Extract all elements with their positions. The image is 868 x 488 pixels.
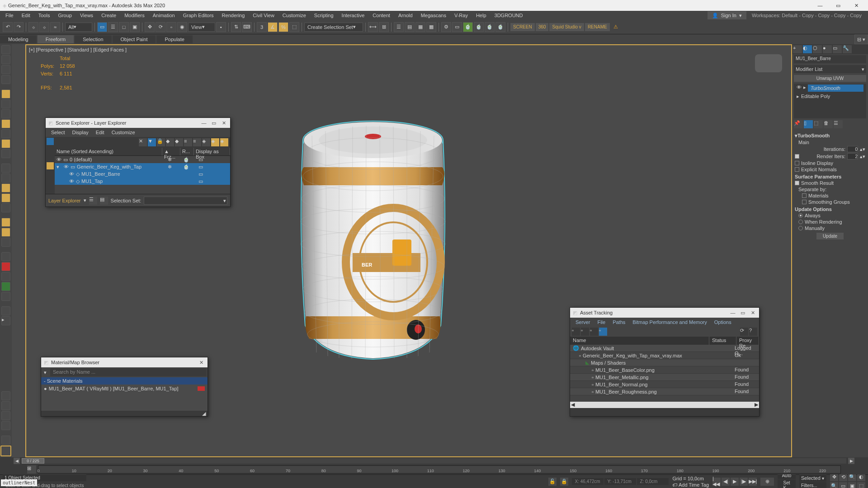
manipulate-button[interactable]: ⇅ bbox=[231, 22, 241, 32]
se-sb-1[interactable] bbox=[47, 138, 54, 145]
menu-megascans[interactable]: Megascans bbox=[417, 12, 450, 19]
select-region-button[interactable]: □ bbox=[119, 22, 129, 32]
lt-4[interactable] bbox=[1, 75, 10, 84]
percent-snap-button[interactable]: % bbox=[278, 22, 288, 32]
rename-field[interactable]: RENAME bbox=[585, 23, 610, 31]
render-2-button[interactable]: 🍵 bbox=[474, 22, 484, 32]
rotate-button[interactable]: ⟳ bbox=[156, 22, 165, 32]
unique-button[interactable]: ⬚ bbox=[814, 120, 823, 128]
signin-button[interactable]: 👤Sign In▾ bbox=[708, 11, 746, 19]
asset-row[interactable]: 🌐Autodesk VaultLogged O... bbox=[570, 345, 759, 352]
snap-button[interactable]: 3 bbox=[257, 22, 267, 32]
maxscript-listener[interactable]: outlinerNest bbox=[1, 479, 37, 486]
ref-coord[interactable]: View ▾ bbox=[188, 23, 215, 32]
menu-edit[interactable]: Edit bbox=[18, 12, 34, 19]
maximize-icon[interactable]: ▭ bbox=[739, 310, 746, 316]
warning-icon[interactable]: ⚠ bbox=[611, 22, 621, 32]
tab-objectpaint[interactable]: Object Paint bbox=[113, 35, 156, 43]
unlink-button[interactable]: ⟐ bbox=[39, 22, 49, 32]
close-icon[interactable]: ✕ bbox=[220, 120, 227, 126]
workspaces-label[interactable]: Workspaces: Default - Copy - Copy - Copy… bbox=[747, 13, 866, 18]
lt-25[interactable] bbox=[1, 306, 10, 315]
at-server[interactable]: Server bbox=[573, 319, 593, 326]
motion-tab[interactable]: ● bbox=[823, 45, 832, 53]
se-select[interactable]: Select bbox=[48, 129, 68, 136]
asset-row[interactable]: ▫MU1_Beer_Normal.pngFound bbox=[570, 381, 759, 388]
zoom-button[interactable]: 🔍 bbox=[830, 482, 838, 488]
asset-row[interactable]: ◣Maps / Shaders bbox=[570, 359, 759, 366]
manual-radio[interactable] bbox=[798, 226, 803, 230]
timeline[interactable]: ⊞ 01020304050607080901001101201301401501… bbox=[0, 465, 868, 474]
se-t3[interactable]: ≡ bbox=[184, 138, 192, 146]
isoline-check[interactable] bbox=[795, 161, 799, 165]
eye-icon[interactable]: 👁 bbox=[64, 164, 69, 169]
tab-selection[interactable]: Selection bbox=[75, 35, 111, 43]
placement-button[interactable]: ◉ bbox=[177, 22, 187, 32]
at-options[interactable]: Options bbox=[712, 319, 734, 326]
create-tab[interactable]: + bbox=[793, 45, 802, 53]
object-row[interactable]: 👁◇MU1_Beer_Barre▭ bbox=[55, 170, 230, 178]
layers-button[interactable]: ☰ bbox=[394, 22, 404, 32]
tab-populate[interactable]: Populate bbox=[156, 35, 192, 43]
maximize-icon[interactable]: ▭ bbox=[210, 120, 217, 126]
schematic-button[interactable]: ▦ bbox=[415, 22, 425, 32]
menu-content[interactable]: Content bbox=[369, 12, 394, 19]
lt-8[interactable] bbox=[1, 119, 10, 128]
lt-15[interactable] bbox=[1, 193, 10, 202]
update-button[interactable]: Update bbox=[816, 233, 844, 239]
menu-arnold[interactable]: Arnold bbox=[395, 12, 416, 19]
selection-filter[interactable]: All ▾ bbox=[65, 23, 92, 32]
lt-12[interactable] bbox=[1, 164, 10, 173]
keyboard-button[interactable]: ⌨ bbox=[242, 22, 252, 32]
at-bitmap[interactable]: Bitmap Performance and Memory bbox=[630, 319, 709, 326]
material-item[interactable]: ● MU1_Beer_MAT ( VRayMtl ) [MU1_Beer_Bar… bbox=[41, 385, 208, 393]
lt-5[interactable] bbox=[1, 89, 10, 99]
lt-17[interactable] bbox=[1, 218, 10, 227]
se-t7[interactable]: ◈ bbox=[220, 138, 228, 146]
asset-row[interactable]: ▫MU1_Beer_Roughness.pngFound bbox=[570, 388, 759, 395]
asset-tracking-panel[interactable]: ◩ Asset Tracking — ▭ ✕ Server File Paths… bbox=[570, 307, 760, 417]
prev-key[interactable]: ◀| bbox=[722, 478, 730, 486]
lt-6[interactable] bbox=[1, 99, 10, 108]
asset-row[interactable]: ▫MU1_Beer_BaseColor.pngFound bbox=[570, 366, 759, 374]
layer-row[interactable]: ▾👁▭Generic_Beer_Keg_with_Tap❄🍵▭ bbox=[55, 163, 230, 170]
eye-icon[interactable]: 👁 bbox=[57, 157, 61, 162]
window-crossing-button[interactable]: ▣ bbox=[130, 22, 140, 32]
se-sb-2[interactable] bbox=[47, 146, 54, 153]
viewcube[interactable] bbox=[755, 54, 782, 72]
se-t6[interactable]: ◈ bbox=[211, 138, 219, 146]
bind-button[interactable]: ≈ bbox=[50, 22, 60, 32]
undo-button[interactable]: ↶ bbox=[3, 22, 13, 32]
render-frame-button[interactable]: ▭ bbox=[452, 22, 462, 32]
utilities-tab[interactable]: 🔧 bbox=[843, 45, 852, 53]
tab-modeling[interactable]: Modeling bbox=[0, 35, 37, 43]
se-display[interactable]: Display bbox=[70, 129, 91, 136]
scene-explorer-panel[interactable]: ◩ Scene Explorer - Layer Explorer — ▭ ✕ … bbox=[45, 117, 231, 207]
configure-button[interactable]: ☰ bbox=[834, 120, 843, 128]
lt-14[interactable] bbox=[1, 183, 10, 192]
viewport-label[interactable]: [+] [Perspective ] [Standard ] [Edged Fa… bbox=[29, 47, 127, 52]
render-iters-check[interactable] bbox=[795, 154, 799, 159]
lt-b3[interactable] bbox=[1, 411, 10, 420]
lt-19[interactable] bbox=[1, 238, 10, 247]
when-radio[interactable] bbox=[798, 220, 803, 224]
render-iters-input[interactable] bbox=[847, 153, 858, 160]
render-setup-button[interactable]: ⚙ bbox=[441, 22, 451, 32]
spinner-snap-button[interactable]: ⬚ bbox=[289, 22, 299, 32]
se-t1[interactable]: ◆ bbox=[166, 138, 174, 146]
smg-check[interactable] bbox=[802, 200, 807, 204]
key-selected[interactable]: Selected ▾ bbox=[799, 474, 826, 482]
lt-22[interactable] bbox=[1, 272, 10, 281]
eye-icon[interactable]: 👁 bbox=[69, 171, 74, 177]
mm-search[interactable]: Search by Name ... bbox=[50, 368, 207, 376]
se-filter[interactable]: ▼ bbox=[148, 138, 156, 146]
se-t5[interactable]: ◈ bbox=[202, 138, 210, 146]
lt-b1[interactable] bbox=[1, 391, 10, 400]
x-coord[interactable]: X: 46,472cm bbox=[572, 478, 604, 485]
se-t2[interactable]: ◆ bbox=[175, 138, 183, 146]
menu-3dground[interactable]: 3DGROUND bbox=[491, 12, 527, 19]
lt-10[interactable] bbox=[1, 139, 10, 148]
at-t1[interactable]: ▫ bbox=[572, 328, 580, 336]
z-coord[interactable]: Z: 0,0cm bbox=[637, 478, 669, 485]
scene-explorer-title[interactable]: ◩ Scene Explorer - Layer Explorer — ▭ ✕ bbox=[46, 118, 230, 128]
